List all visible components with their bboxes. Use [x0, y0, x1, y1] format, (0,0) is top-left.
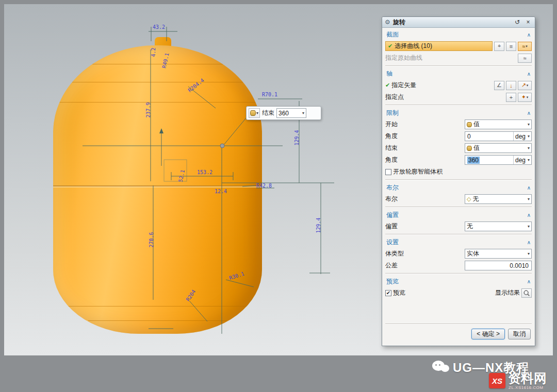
offset-label: 偏置 [385, 222, 463, 231]
chevron-up-icon: ∧ [527, 71, 531, 77]
model-seam-edge [53, 185, 262, 188]
value-option-icon [467, 122, 472, 127]
offset-dropdown[interactable]: 无 ▾ [465, 221, 532, 231]
section-header-boolean[interactable]: 布尔 ∧ [385, 182, 532, 193]
point-dialog-icon[interactable]: ✦▾ [518, 93, 532, 102]
boolean-none-icon: ◇ [467, 196, 471, 202]
select-curve-label: 选择曲线 (10) [395, 42, 432, 50]
dialog-titlebar[interactable]: ⚙ 旋转 ↺ × [382, 17, 535, 28]
gear-icon: ⚙ [385, 19, 390, 26]
selection-intent-icon[interactable]: ⌖ [494, 42, 504, 51]
model-edge [56, 102, 259, 103]
start-angle-value: 0 [465, 132, 513, 141]
chevron-down-icon: ▾ [528, 134, 530, 139]
reset-icon[interactable]: ↺ [513, 19, 521, 26]
point-constructor-icon[interactable]: + [506, 93, 516, 102]
section-header-offset[interactable]: 偏置 ∧ [385, 209, 532, 220]
open-profile-label: 开放轮廓智能体积 [393, 167, 532, 176]
close-icon[interactable]: × [524, 19, 532, 26]
curve-rule-icon[interactable]: ≈▾ [518, 42, 532, 51]
origin-curve-label: 指定原始曲线 [385, 54, 516, 62]
chevron-down-icon: ▾ [528, 146, 530, 150]
dialog-title: 旋转 [393, 18, 405, 27]
specify-vector-label: 指定矢量 [391, 81, 493, 90]
onscreen-input-toolbar: ▾ 结束 360 ▾ [246, 106, 321, 120]
revolve-dialog: ⚙ 旋转 ↺ × 截面 ∧ ✔ 选择曲线 (10) ⌖ ≡ ≈▾ 指定 [382, 16, 535, 346]
divider [385, 323, 532, 325]
tolerance-input[interactable]: 0.0010 [465, 261, 532, 270]
list-icon[interactable]: ≡ [506, 42, 516, 51]
open-profile-checkbox[interactable] [385, 169, 391, 175]
start-label: 开始 [385, 120, 463, 129]
select-curve-field[interactable]: ✔ 选择曲线 (10) [385, 41, 493, 51]
cancel-button[interactable]: 取消 [508, 329, 531, 339]
vector-reverse-icon[interactable]: ↓ [506, 81, 516, 90]
section-header-section[interactable]: 截面 ∧ [385, 29, 532, 40]
tolerance-label: 公差 [385, 261, 463, 270]
model-edge [88, 320, 227, 321]
chevron-up-icon: ∧ [527, 212, 531, 218]
vector-inference-icon[interactable]: ∠ [494, 81, 504, 90]
value-option-icon [467, 146, 472, 151]
divider [385, 65, 532, 66]
end-angle-value: 360 [467, 157, 480, 164]
site-logo: XS [489, 373, 505, 388]
origin-curve-icon[interactable]: ≈ [518, 54, 532, 63]
specify-point-label: 指定点 [385, 93, 504, 101]
show-result-label: 显示结果 [495, 288, 520, 297]
site-name: 资料网 [508, 370, 547, 387]
chevron-down-icon: ▾ [528, 251, 530, 256]
divider [385, 273, 532, 274]
check-icon: ✔ [388, 43, 392, 49]
model-edge [83, 64, 232, 64]
end-angle-onscreen-value: 360 [278, 110, 289, 117]
start-angle-label: 角度 [385, 132, 463, 141]
check-icon: ✔ [385, 82, 390, 89]
chevron-down-icon: ▾ [302, 111, 304, 115]
site-url: ZL.XS1616.COM [509, 385, 543, 390]
boolean-label: 布尔 [385, 195, 463, 203]
model-edge [67, 306, 249, 306]
start-angle-input[interactable]: 0 deg ▾ [465, 131, 532, 141]
end-type-dropdown[interactable]: 值 ▾ [465, 143, 532, 153]
chevron-up-icon: ∧ [527, 185, 531, 191]
divider [385, 234, 532, 235]
chevron-down-icon: ▾ [528, 224, 530, 229]
chevron-up-icon: ∧ [527, 279, 531, 284]
chevron-up-icon: ∧ [527, 240, 531, 245]
section-header-axis[interactable]: 轴 ∧ [385, 68, 532, 79]
ok-button[interactable]: < 确定 > [471, 329, 505, 339]
revolve-preview-body[interactable] [53, 45, 262, 334]
revolve-limit-icon [250, 110, 256, 116]
end-angle-input[interactable]: 360 deg ▾ [465, 155, 532, 165]
chevron-down-icon: ▾ [256, 111, 258, 115]
dialog-body: 截面 ∧ ✔ 选择曲线 (10) ⌖ ≡ ≈▾ 指定原始曲线 ≈ 轴 ∧ [382, 28, 535, 346]
chevron-down-icon: ▾ [528, 197, 530, 201]
body-type-dropdown[interactable]: 实体 ▾ [465, 249, 532, 259]
preview-checkbox[interactable]: ✔ [385, 290, 391, 296]
divider [385, 105, 532, 106]
chevron-down-icon: ▾ [528, 158, 530, 162]
section-header-preview[interactable]: 预览 ∧ [385, 276, 532, 287]
vector-dialog-icon[interactable]: ↗▾ [518, 81, 532, 90]
preview-label: 预览 [393, 288, 494, 297]
wechat-icon [432, 361, 451, 375]
limit-option-dropdown[interactable]: ▾ [249, 108, 260, 118]
chevron-down-icon: ▾ [528, 122, 530, 127]
model-edge [64, 82, 251, 82]
divider [385, 179, 532, 180]
end-angle-label: 角度 [385, 156, 463, 164]
start-type-dropdown[interactable]: 值 ▾ [465, 120, 532, 129]
chevron-up-icon: ∧ [527, 32, 531, 38]
section-header-limits[interactable]: 限制 ∧ [385, 107, 532, 118]
divider [385, 207, 532, 208]
end-angle-onscreen-input[interactable]: 360 ▾ [276, 108, 306, 118]
chevron-up-icon: ∧ [527, 110, 531, 116]
section-header-settings[interactable]: 设置 ∧ [385, 236, 532, 248]
application-window: 43.24.2R49.1R204.4R70.1237.9129.4153.252… [0, 0, 557, 392]
boolean-dropdown[interactable]: ◇ 无 ▾ [465, 194, 532, 204]
end-label: 结束 [385, 144, 463, 152]
body-type-label: 体类型 [385, 249, 463, 258]
watermark: UG—NX教程 XS 资料网 ZL.XS1616.COM [423, 355, 557, 392]
magnifier-icon[interactable] [521, 288, 532, 298]
